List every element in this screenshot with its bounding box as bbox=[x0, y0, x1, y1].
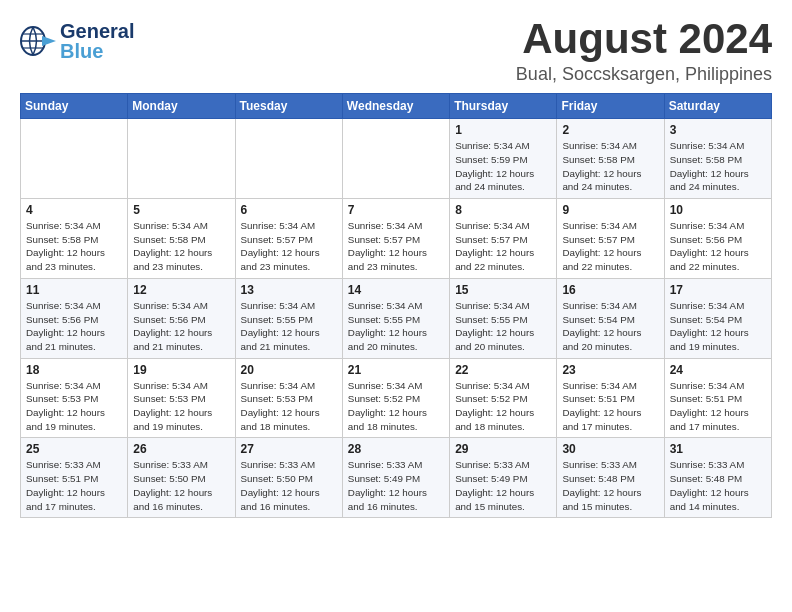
logo-icon bbox=[20, 26, 58, 56]
calendar-cell: 27Sunrise: 5:33 AM Sunset: 5:50 PM Dayli… bbox=[235, 438, 342, 518]
calendar-cell: 31Sunrise: 5:33 AM Sunset: 5:48 PM Dayli… bbox=[664, 438, 771, 518]
day-number: 16 bbox=[562, 283, 658, 297]
day-number: 15 bbox=[455, 283, 551, 297]
day-number: 14 bbox=[348, 283, 444, 297]
calendar-cell: 19Sunrise: 5:34 AM Sunset: 5:53 PM Dayli… bbox=[128, 358, 235, 438]
day-info: Sunrise: 5:34 AM Sunset: 5:57 PM Dayligh… bbox=[241, 219, 337, 274]
calendar-cell: 5Sunrise: 5:34 AM Sunset: 5:58 PM Daylig… bbox=[128, 199, 235, 279]
day-info: Sunrise: 5:33 AM Sunset: 5:49 PM Dayligh… bbox=[455, 458, 551, 513]
day-number: 28 bbox=[348, 442, 444, 456]
day-info: Sunrise: 5:34 AM Sunset: 5:58 PM Dayligh… bbox=[26, 219, 122, 274]
day-number: 13 bbox=[241, 283, 337, 297]
day-info: Sunrise: 5:34 AM Sunset: 5:57 PM Dayligh… bbox=[455, 219, 551, 274]
day-number: 19 bbox=[133, 363, 229, 377]
day-info: Sunrise: 5:34 AM Sunset: 5:51 PM Dayligh… bbox=[670, 379, 766, 434]
day-header: Tuesday bbox=[235, 94, 342, 119]
calendar-cell: 25Sunrise: 5:33 AM Sunset: 5:51 PM Dayli… bbox=[21, 438, 128, 518]
day-info: Sunrise: 5:34 AM Sunset: 5:53 PM Dayligh… bbox=[241, 379, 337, 434]
day-info: Sunrise: 5:34 AM Sunset: 5:52 PM Dayligh… bbox=[348, 379, 444, 434]
calendar-cell: 20Sunrise: 5:34 AM Sunset: 5:53 PM Dayli… bbox=[235, 358, 342, 438]
calendar-cell: 22Sunrise: 5:34 AM Sunset: 5:52 PM Dayli… bbox=[450, 358, 557, 438]
day-info: Sunrise: 5:33 AM Sunset: 5:51 PM Dayligh… bbox=[26, 458, 122, 513]
day-info: Sunrise: 5:34 AM Sunset: 5:56 PM Dayligh… bbox=[670, 219, 766, 274]
logo: General Blue bbox=[20, 16, 134, 62]
calendar-cell: 8Sunrise: 5:34 AM Sunset: 5:57 PM Daylig… bbox=[450, 199, 557, 279]
title-area: August 2024 Bual, Soccsksargen, Philippi… bbox=[516, 16, 772, 85]
day-info: Sunrise: 5:34 AM Sunset: 5:52 PM Dayligh… bbox=[455, 379, 551, 434]
calendar-cell: 28Sunrise: 5:33 AM Sunset: 5:49 PM Dayli… bbox=[342, 438, 449, 518]
calendar-cell: 13Sunrise: 5:34 AM Sunset: 5:55 PM Dayli… bbox=[235, 278, 342, 358]
day-number: 30 bbox=[562, 442, 658, 456]
calendar-cell: 15Sunrise: 5:34 AM Sunset: 5:55 PM Dayli… bbox=[450, 278, 557, 358]
calendar-cell: 6Sunrise: 5:34 AM Sunset: 5:57 PM Daylig… bbox=[235, 199, 342, 279]
day-number: 4 bbox=[26, 203, 122, 217]
calendar-body: 1Sunrise: 5:34 AM Sunset: 5:59 PM Daylig… bbox=[21, 119, 772, 518]
day-info: Sunrise: 5:34 AM Sunset: 5:57 PM Dayligh… bbox=[348, 219, 444, 274]
day-number: 24 bbox=[670, 363, 766, 377]
day-info: Sunrise: 5:33 AM Sunset: 5:50 PM Dayligh… bbox=[241, 458, 337, 513]
day-info: Sunrise: 5:33 AM Sunset: 5:48 PM Dayligh… bbox=[562, 458, 658, 513]
day-header: Thursday bbox=[450, 94, 557, 119]
calendar-week: 1Sunrise: 5:34 AM Sunset: 5:59 PM Daylig… bbox=[21, 119, 772, 199]
day-info: Sunrise: 5:34 AM Sunset: 5:55 PM Dayligh… bbox=[455, 299, 551, 354]
calendar-cell: 21Sunrise: 5:34 AM Sunset: 5:52 PM Dayli… bbox=[342, 358, 449, 438]
calendar-week: 18Sunrise: 5:34 AM Sunset: 5:53 PM Dayli… bbox=[21, 358, 772, 438]
calendar-cell: 18Sunrise: 5:34 AM Sunset: 5:53 PM Dayli… bbox=[21, 358, 128, 438]
day-info: Sunrise: 5:33 AM Sunset: 5:49 PM Dayligh… bbox=[348, 458, 444, 513]
calendar-cell: 16Sunrise: 5:34 AM Sunset: 5:54 PM Dayli… bbox=[557, 278, 664, 358]
day-number: 11 bbox=[26, 283, 122, 297]
day-info: Sunrise: 5:34 AM Sunset: 5:56 PM Dayligh… bbox=[26, 299, 122, 354]
day-info: Sunrise: 5:34 AM Sunset: 5:57 PM Dayligh… bbox=[562, 219, 658, 274]
day-info: Sunrise: 5:34 AM Sunset: 5:53 PM Dayligh… bbox=[26, 379, 122, 434]
day-header: Monday bbox=[128, 94, 235, 119]
logo-blue: Blue bbox=[60, 40, 134, 62]
day-info: Sunrise: 5:34 AM Sunset: 5:51 PM Dayligh… bbox=[562, 379, 658, 434]
day-number: 12 bbox=[133, 283, 229, 297]
main-title: August 2024 bbox=[516, 16, 772, 62]
day-number: 21 bbox=[348, 363, 444, 377]
day-info: Sunrise: 5:34 AM Sunset: 5:54 PM Dayligh… bbox=[562, 299, 658, 354]
calendar-cell: 17Sunrise: 5:34 AM Sunset: 5:54 PM Dayli… bbox=[664, 278, 771, 358]
day-number: 6 bbox=[241, 203, 337, 217]
calendar-cell: 24Sunrise: 5:34 AM Sunset: 5:51 PM Dayli… bbox=[664, 358, 771, 438]
day-number: 18 bbox=[26, 363, 122, 377]
day-info: Sunrise: 5:33 AM Sunset: 5:50 PM Dayligh… bbox=[133, 458, 229, 513]
day-info: Sunrise: 5:34 AM Sunset: 5:53 PM Dayligh… bbox=[133, 379, 229, 434]
day-info: Sunrise: 5:33 AM Sunset: 5:48 PM Dayligh… bbox=[670, 458, 766, 513]
day-header: Sunday bbox=[21, 94, 128, 119]
calendar-cell: 12Sunrise: 5:34 AM Sunset: 5:56 PM Dayli… bbox=[128, 278, 235, 358]
logo-general: General bbox=[60, 20, 134, 42]
day-number: 10 bbox=[670, 203, 766, 217]
day-number: 1 bbox=[455, 123, 551, 137]
calendar-cell: 3Sunrise: 5:34 AM Sunset: 5:58 PM Daylig… bbox=[664, 119, 771, 199]
calendar-cell: 2Sunrise: 5:34 AM Sunset: 5:58 PM Daylig… bbox=[557, 119, 664, 199]
calendar: SundayMondayTuesdayWednesdayThursdayFrid… bbox=[20, 93, 772, 518]
day-header: Friday bbox=[557, 94, 664, 119]
day-header: Wednesday bbox=[342, 94, 449, 119]
day-number: 23 bbox=[562, 363, 658, 377]
calendar-cell: 7Sunrise: 5:34 AM Sunset: 5:57 PM Daylig… bbox=[342, 199, 449, 279]
calendar-cell: 23Sunrise: 5:34 AM Sunset: 5:51 PM Dayli… bbox=[557, 358, 664, 438]
calendar-cell bbox=[235, 119, 342, 199]
day-info: Sunrise: 5:34 AM Sunset: 5:58 PM Dayligh… bbox=[133, 219, 229, 274]
day-info: Sunrise: 5:34 AM Sunset: 5:56 PM Dayligh… bbox=[133, 299, 229, 354]
day-info: Sunrise: 5:34 AM Sunset: 5:59 PM Dayligh… bbox=[455, 139, 551, 194]
day-info: Sunrise: 5:34 AM Sunset: 5:58 PM Dayligh… bbox=[562, 139, 658, 194]
day-header: Saturday bbox=[664, 94, 771, 119]
svg-marker-4 bbox=[42, 36, 56, 46]
calendar-header: SundayMondayTuesdayWednesdayThursdayFrid… bbox=[21, 94, 772, 119]
day-number: 8 bbox=[455, 203, 551, 217]
calendar-cell: 14Sunrise: 5:34 AM Sunset: 5:55 PM Dayli… bbox=[342, 278, 449, 358]
day-number: 2 bbox=[562, 123, 658, 137]
subtitle: Bual, Soccsksargen, Philippines bbox=[516, 64, 772, 85]
calendar-week: 4Sunrise: 5:34 AM Sunset: 5:58 PM Daylig… bbox=[21, 199, 772, 279]
calendar-cell: 1Sunrise: 5:34 AM Sunset: 5:59 PM Daylig… bbox=[450, 119, 557, 199]
day-info: Sunrise: 5:34 AM Sunset: 5:55 PM Dayligh… bbox=[348, 299, 444, 354]
calendar-cell: 11Sunrise: 5:34 AM Sunset: 5:56 PM Dayli… bbox=[21, 278, 128, 358]
day-number: 17 bbox=[670, 283, 766, 297]
calendar-cell: 4Sunrise: 5:34 AM Sunset: 5:58 PM Daylig… bbox=[21, 199, 128, 279]
calendar-cell: 26Sunrise: 5:33 AM Sunset: 5:50 PM Dayli… bbox=[128, 438, 235, 518]
day-number: 22 bbox=[455, 363, 551, 377]
calendar-cell: 29Sunrise: 5:33 AM Sunset: 5:49 PM Dayli… bbox=[450, 438, 557, 518]
calendar-cell: 9Sunrise: 5:34 AM Sunset: 5:57 PM Daylig… bbox=[557, 199, 664, 279]
